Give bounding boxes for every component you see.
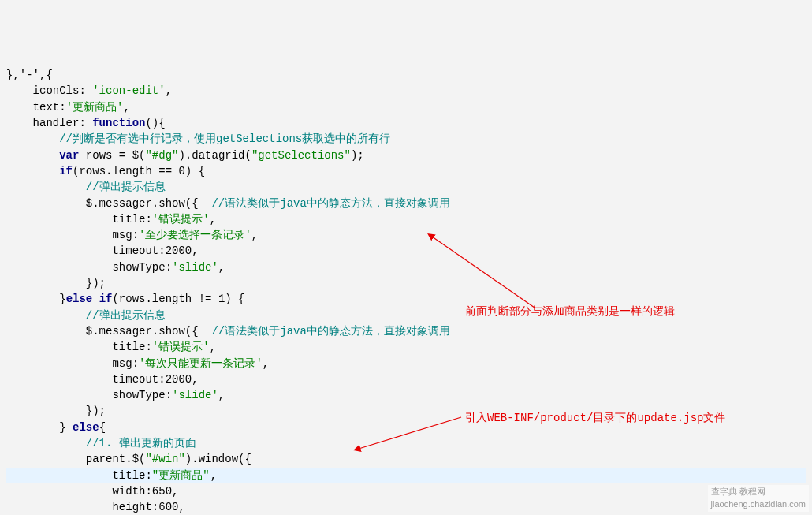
code-line: title:'错误提示', [6,213,216,226]
code-line: timeout:2000, [6,373,199,386]
watermark: 查字典 教程网 jiaocheng.chazidian.com [708,485,809,512]
code-comment: //判断是否有选中行记录，使用getSelections获取选中的所有行 [6,132,390,145]
annotation-text: 前面判断部分与添加商品类别是一样的逻辑 [465,304,675,319]
code-comment: //弹出提示信息 [6,309,166,322]
code-line: msg:'每次只能更新一条记录', [6,357,269,370]
code-comment: //1. 弹出更新的页面 [6,437,196,450]
code-line: showType:'slide', [6,389,225,401]
code-line: }); [6,405,106,417]
code-line-highlighted: title:"更新商品", [6,468,806,483]
code-line: parent.$("#win").window({ [6,453,251,465]
code-line: handler: function(){ [6,117,166,129]
code-line: }else if(rows.length != 1) { [6,293,244,305]
code-line: } else{ [6,421,106,434]
code-line: title:'错误提示', [6,341,216,353]
code-line: $.messager.show({ //语法类似于java中的静态方法，直接对象… [6,325,450,338]
code-line: msg:'至少要选择一条记录', [6,229,258,241]
code-line: iconCls: 'icon-edit', [6,84,172,97]
code-line: }); [6,277,106,289]
code-line: $.messager.show({ //语法类似于java中的静态方法，直接对象… [6,197,450,210]
code-comment: //弹出提示信息 [6,181,166,193]
code-line: var rows = $("#dg").datagrid("getSelecti… [6,149,364,162]
code-line: if(rows.length == 0) { [6,165,205,177]
annotation-text: 引入WEB-INF/product/目录下的update.jsp文件 [465,410,725,426]
code-line: width:650, [6,485,178,498]
code-line: },'-',{ [6,69,53,81]
code-line: height:600, [6,501,185,513]
code-line: showType:'slide', [6,261,225,274]
code-block: },'-',{ iconCls: 'icon-edit', text:'更新商品… [6,67,806,515]
code-line: timeout:2000, [6,244,199,257]
code-line: text:'更新商品', [6,101,130,114]
